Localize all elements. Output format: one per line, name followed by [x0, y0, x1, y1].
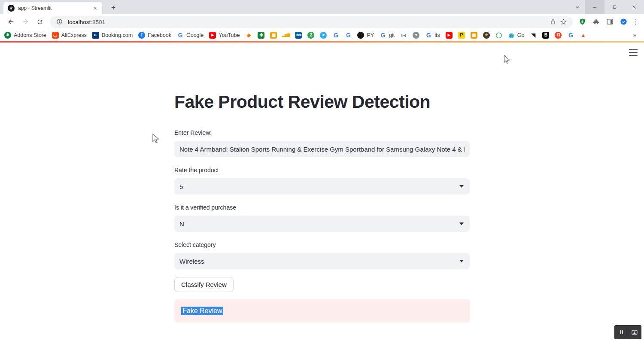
- bookmark-item[interactable]: ▣: [270, 32, 277, 39]
- forward-button[interactable]: [19, 16, 31, 28]
- rating-select[interactable]: 5: [174, 178, 470, 195]
- bookmark-label: Google: [186, 32, 204, 38]
- tab-search-chevron-icon[interactable]: [571, 0, 584, 14]
- bookmark-item[interactable]: B. Booking.com: [92, 32, 133, 39]
- browser-menu-icon[interactable]: ⋮: [630, 18, 641, 26]
- bookmark-item[interactable]: Я: [555, 32, 562, 39]
- rating-selected-value: 5: [179, 183, 183, 190]
- bookmark-label: PY: [367, 32, 374, 38]
- bookmark-favicon-icon: ✱: [4, 32, 11, 39]
- share-icon[interactable]: [548, 17, 558, 27]
- bookmark-item[interactable]: G git: [380, 32, 395, 39]
- bookmark-item[interactable]: ✚: [258, 32, 264, 39]
- bookmark-label: git: [389, 32, 395, 38]
- new-tab-button[interactable]: +: [108, 3, 118, 13]
- bookmark-item[interactable]: PY: [357, 32, 374, 39]
- back-button[interactable]: [5, 16, 17, 28]
- bookmark-favicon-icon: 2: [307, 32, 314, 39]
- review-input-label: Enter Review:: [174, 129, 470, 136]
- bookmark-item[interactable]: ▶ YouTube: [209, 32, 240, 39]
- bookmark-label: its: [434, 32, 440, 38]
- category-selected-value: Wireless: [179, 258, 204, 265]
- window-controls: [585, 0, 644, 14]
- url-port: :8501: [91, 19, 105, 25]
- bookmark-favicon-icon: [357, 32, 364, 39]
- bookmark-label: Addons Store: [14, 32, 46, 38]
- bookmark-item[interactable]: ▶: [446, 32, 453, 39]
- bookmark-favicon-icon: ▾: [413, 32, 419, 39]
- verified-selected-value: N: [179, 220, 184, 228]
- address-bar[interactable]: localhost:8501: [50, 16, 573, 28]
- bookmark-label: Booking.com: [102, 32, 133, 38]
- extensions-puzzle-icon[interactable]: [590, 16, 602, 28]
- bookmark-item[interactable]: ▾: [413, 32, 419, 39]
- bookmark-item[interactable]: G: [345, 32, 352, 39]
- bookmark-item[interactable]: ✱ Addons Store: [4, 32, 46, 39]
- main-content: Fake Product Review Detection Enter Revi…: [174, 43, 470, 323]
- bookmark-item[interactable]: G: [332, 32, 339, 39]
- safe-browsing-shield-icon[interactable]: [617, 16, 629, 28]
- side-panel-icon[interactable]: [604, 16, 616, 28]
- bookmark-favicon-icon: Я: [555, 32, 562, 39]
- review-input[interactable]: [174, 141, 470, 157]
- result-text: Fake Review: [181, 307, 223, 315]
- reload-button[interactable]: [34, 16, 46, 28]
- bookmark-item[interactable]: ◥: [530, 32, 537, 39]
- site-info-icon[interactable]: [54, 17, 64, 27]
- bookmark-label: Facebook: [148, 32, 171, 38]
- minimize-button[interactable]: [585, 0, 605, 14]
- bookmark-favicon-icon: G: [177, 32, 184, 39]
- bookmark-favicon-icon: ◉: [508, 32, 515, 39]
- bookmark-item[interactable]: ◉ Go: [508, 32, 525, 39]
- screen-recorder-overlay: [614, 325, 641, 339]
- adblock-extension-icon[interactable]: [576, 16, 588, 28]
- webcam-toggle-button[interactable]: [628, 325, 641, 339]
- bookmark-favicon-icon: ◆: [245, 32, 252, 39]
- bookmark-item[interactable]: [••]: [400, 32, 407, 39]
- page-title: Fake Product Review Detection: [174, 92, 470, 112]
- bookmark-item[interactable]: ◯: [495, 32, 502, 39]
- bookmark-item[interactable]: 2: [307, 32, 314, 39]
- tab-close-icon[interactable]: ×: [92, 5, 99, 12]
- bookmark-favicon-icon: G: [345, 32, 352, 39]
- bookmark-favicon-icon: B.: [92, 32, 99, 39]
- verified-select-label: Is it a verified purchase: [174, 204, 470, 211]
- bookmark-favicon-icon: [••]: [400, 32, 407, 39]
- verified-select[interactable]: N: [174, 216, 470, 232]
- category-select[interactable]: Wireless: [174, 253, 470, 269]
- pause-recording-button[interactable]: [615, 325, 628, 339]
- classify-review-button[interactable]: Classify Review: [174, 277, 234, 292]
- bookmark-item[interactable]: f Facebook: [138, 32, 171, 39]
- bookmark-item[interactable]: G Google: [177, 32, 204, 39]
- close-window-button[interactable]: [624, 0, 644, 14]
- chevron-down-icon: [459, 222, 464, 225]
- bookmark-favicon-icon: IEEE: [295, 32, 302, 39]
- bookmark-favicon-icon: ▣: [270, 32, 277, 39]
- bookmark-item[interactable]: ★: [483, 32, 490, 39]
- bookmark-favicon-icon: ✚: [258, 32, 264, 39]
- bookmark-item[interactable]: G: [567, 32, 574, 39]
- rating-select-label: Rate the product: [174, 167, 470, 174]
- maximize-button[interactable]: [605, 0, 624, 14]
- bookmark-item[interactable]: ➤: [320, 32, 327, 39]
- bookmark-item[interactable]: ◡ AliExpress: [52, 32, 87, 39]
- bookmark-item[interactable]: IEEE: [295, 32, 302, 39]
- bookmark-item[interactable]: ◆: [245, 32, 252, 39]
- bookmark-favicon-icon: ▲: [580, 32, 586, 39]
- app-menu-button[interactable]: [629, 49, 638, 56]
- bookmark-item[interactable]: G its: [425, 32, 440, 39]
- bookmark-star-icon[interactable]: [558, 17, 568, 27]
- chevron-down-icon: [459, 260, 464, 262]
- browser-tab[interactable]: ♛ app · Streamlit ×: [3, 2, 102, 14]
- bookmark-item[interactable]: ▂▅▇: [283, 32, 289, 39]
- bookmark-favicon-icon: ▣: [471, 32, 477, 39]
- bookmark-item[interactable]: ▣: [471, 32, 477, 39]
- bookmark-item[interactable]: B: [542, 32, 549, 39]
- bookmark-favicon-icon: ◯: [495, 32, 502, 39]
- bookmark-item[interactable]: ▲: [580, 32, 586, 39]
- bookmark-favicon-icon: ▂▅▇: [283, 32, 289, 39]
- bookmarks-overflow-chevron[interactable]: »: [630, 32, 640, 38]
- result-error-box: Fake Review: [174, 299, 470, 323]
- bookmark-item[interactable]: P: [458, 32, 465, 39]
- bookmark-favicon-icon: f: [138, 32, 145, 39]
